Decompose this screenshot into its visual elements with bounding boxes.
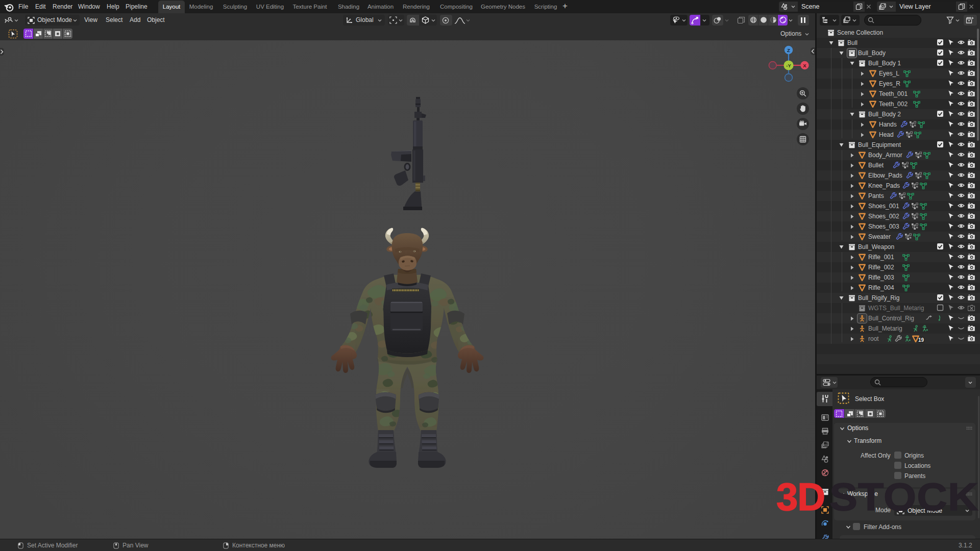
svg-text:-Y: -Y: [786, 63, 791, 68]
svg-text:Z: Z: [787, 47, 790, 53]
svg-text:X: X: [803, 63, 806, 68]
